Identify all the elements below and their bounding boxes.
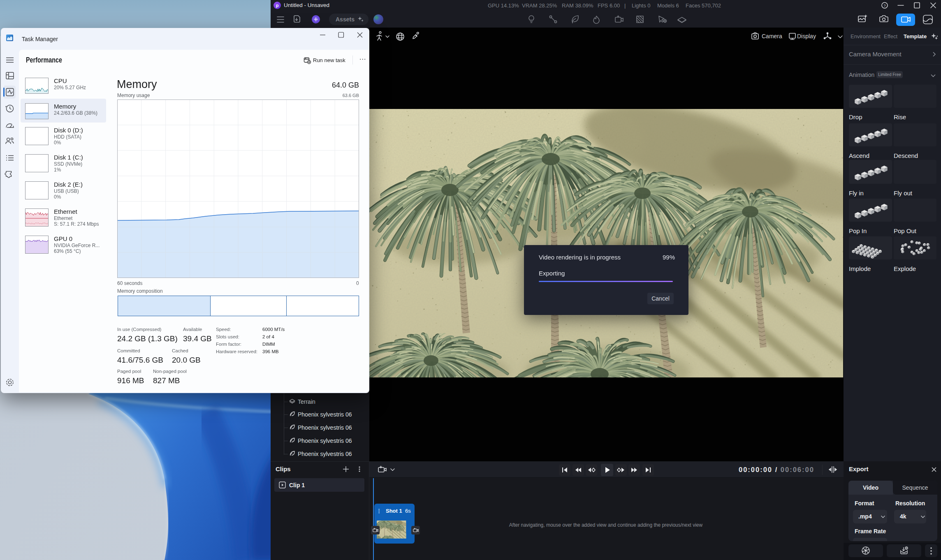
svg-text:p: p [276,3,279,8]
svg-text:?: ? [883,4,885,8]
